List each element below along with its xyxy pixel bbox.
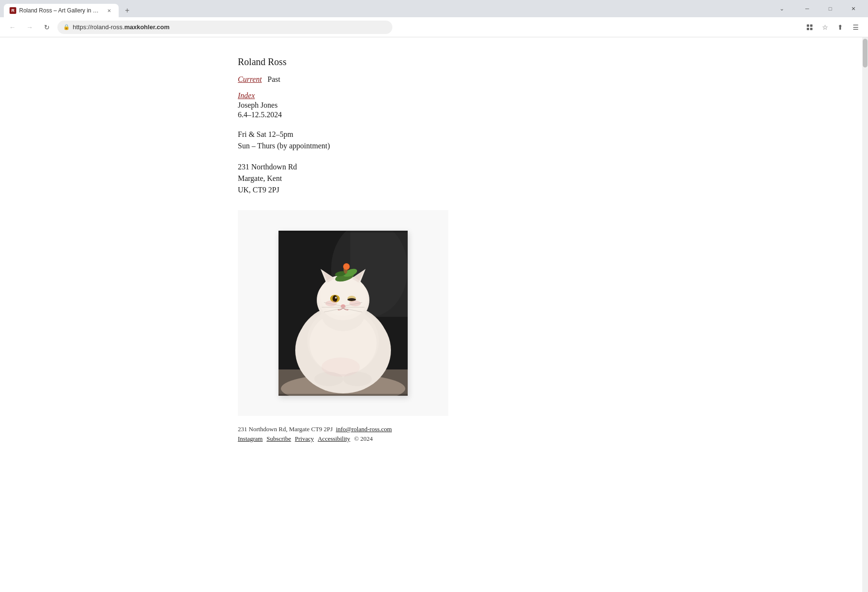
- hours-sun-thurs: Sun – Thurs (by appointment): [238, 140, 624, 152]
- title-bar: R Roland Ross – Art Gallery in Ma… ✕ + ⌄…: [0, 0, 868, 17]
- artwork-container: [238, 210, 448, 416]
- svg-point-34: [344, 264, 349, 269]
- exhibition-section: Index Joseph Jones 6.4–12.5.2024: [238, 91, 624, 119]
- svg-point-28: [349, 301, 361, 306]
- tab-bar: R Roland Ross – Art Gallery in Ma… ✕ +: [4, 0, 134, 17]
- menu-button[interactable]: ☰: [849, 21, 862, 34]
- maximize-button[interactable]: □: [819, 2, 841, 15]
- svg-point-23: [335, 297, 337, 299]
- footer-address: 231 Northdown Rd, Margate CT9 2PJ info@r…: [238, 425, 624, 433]
- footer-email-link[interactable]: info@roland-ross.com: [336, 425, 392, 433]
- address-bar[interactable]: 🔒 https://roland-ross.maxkohler.com: [57, 21, 392, 34]
- past-nav-link[interactable]: Past: [267, 75, 280, 84]
- active-tab[interactable]: R Roland Ross – Art Gallery in Ma… ✕: [4, 4, 119, 17]
- favorites-button[interactable]: ☆: [818, 21, 832, 34]
- address-line3: UK, CT9 2PJ: [238, 184, 624, 196]
- address-text: https://roland-ross.maxkohler.com: [73, 23, 169, 31]
- svg-rect-44: [278, 231, 408, 233]
- hours-fri-sat: Fri & Sat 12–5pm: [238, 129, 624, 140]
- svg-rect-0: [807, 24, 809, 27]
- site-nav: Current Past: [238, 75, 624, 84]
- security-lock-icon: 🔒: [63, 24, 70, 30]
- tab-close-button[interactable]: ✕: [105, 7, 113, 14]
- title-bar-right: ⌄ ─ □ ✕: [775, 2, 864, 15]
- svg-rect-1: [810, 24, 812, 27]
- svg-rect-3: [810, 28, 812, 30]
- minimize-button[interactable]: ─: [796, 2, 818, 15]
- reload-button[interactable]: ↻: [40, 21, 54, 34]
- footer-links: Instagram Subscribe Privacy Accessibilit…: [238, 435, 624, 443]
- back-button[interactable]: ←: [6, 21, 19, 34]
- svg-point-43: [322, 357, 360, 377]
- new-tab-button[interactable]: +: [121, 4, 134, 17]
- footer-accessibility-link[interactable]: Accessibility: [318, 435, 350, 443]
- minimize-arrow-button[interactable]: ⌄: [775, 2, 789, 15]
- site-content: Roland Ross Current Past Index Joseph Jo…: [228, 37, 640, 481]
- page-content: Roland Ross Current Past Index Joseph Jo…: [0, 37, 868, 592]
- address-line1: 231 Northdown Rd: [238, 161, 624, 173]
- window-controls: ─ □ ✕: [796, 2, 864, 15]
- browser-window: R Roland Ross – Art Gallery in Ma… ✕ + ⌄…: [0, 0, 868, 592]
- scrollbar[interactable]: [862, 37, 868, 592]
- footer-subscribe-link[interactable]: Subscribe: [267, 435, 291, 443]
- svg-point-27: [325, 301, 337, 306]
- extensions-button[interactable]: [803, 21, 816, 34]
- share-button[interactable]: ⬆: [834, 21, 847, 34]
- tab-favicon: R: [10, 7, 16, 14]
- exhibition-index-link[interactable]: Index: [238, 91, 624, 100]
- artwork-image: [278, 231, 408, 396]
- current-nav-link[interactable]: Current: [238, 75, 262, 84]
- tab-title: Roland Ross – Art Gallery in Ma…: [19, 7, 102, 14]
- opening-hours: Fri & Sat 12–5pm Sun – Thurs (by appoint…: [238, 129, 624, 152]
- close-button[interactable]: ✕: [842, 2, 864, 15]
- footer-privacy-link[interactable]: Privacy: [295, 435, 314, 443]
- site-footer: 231 Northdown Rd, Margate CT9 2PJ info@r…: [238, 416, 624, 452]
- exhibition-artist: Joseph Jones: [238, 101, 624, 110]
- nav-right-buttons: ☆ ⬆ ☰: [803, 21, 862, 34]
- forward-button[interactable]: →: [23, 21, 36, 34]
- site-title: Roland Ross: [238, 56, 624, 67]
- address-line2: Margate, Kent: [238, 173, 624, 184]
- svg-rect-2: [807, 28, 809, 30]
- footer-copyright: © 2024: [354, 435, 373, 443]
- exhibition-dates: 6.4–12.5.2024: [238, 111, 624, 119]
- scrollbar-thumb[interactable]: [863, 39, 868, 67]
- address-section: 231 Northdown Rd Margate, Kent UK, CT9 2…: [238, 161, 624, 196]
- svg-rect-45: [278, 394, 408, 396]
- nav-bar: ← → ↻ 🔒 https://roland-ross.maxkohler.co…: [0, 17, 868, 37]
- footer-instagram-link[interactable]: Instagram: [238, 435, 263, 443]
